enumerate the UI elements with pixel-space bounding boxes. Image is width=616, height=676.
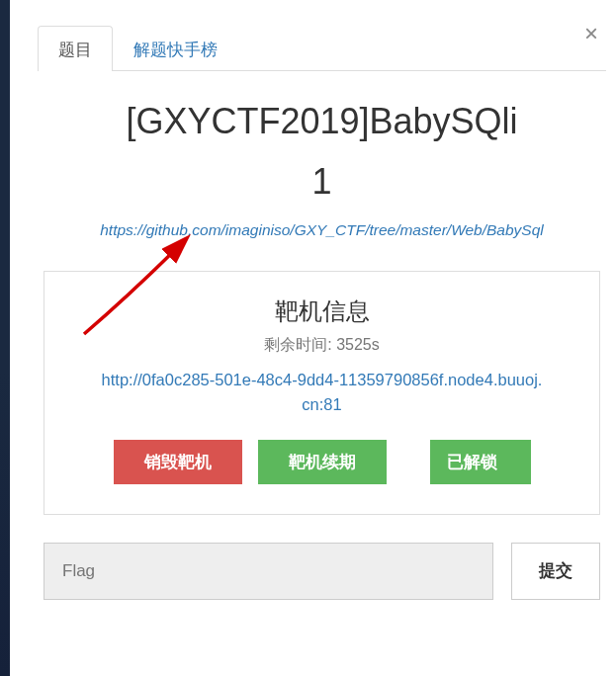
instance-url-link[interactable]: http://0fa0c285-501e-48c4-9dd4-113597908…: [60, 368, 583, 418]
submit-button[interactable]: 提交: [511, 543, 600, 600]
tab-problem[interactable]: 题目: [38, 26, 113, 71]
destroy-button[interactable]: 销毁靶机: [114, 440, 242, 484]
button-row: 销毁靶机 靶机续期 已解锁: [60, 440, 583, 484]
instance-panel: 靶机信息 剩余时间: 3525s http://0fa0c285-501e-48…: [44, 271, 600, 515]
flag-row: 提交: [44, 543, 600, 600]
tabs: 题目 解题快手榜: [38, 26, 606, 71]
unlock-button[interactable]: 已解锁: [402, 440, 531, 484]
tab-ranking[interactable]: 解题快手榜: [113, 26, 238, 71]
panel-heading: 靶机信息: [60, 296, 583, 327]
close-icon[interactable]: ×: [584, 22, 598, 45]
remaining-time: 剩余时间: 3525s: [60, 335, 583, 356]
flag-input[interactable]: [44, 543, 493, 600]
left-stripe: [0, 0, 10, 676]
title-suffix: 1: [47, 159, 596, 206]
challenge-title: [GXYCTF2019]BabySQli 1: [38, 99, 606, 206]
title-main: [GXYCTF2019]BabySQli: [126, 101, 517, 141]
challenge-modal: × 题目 解题快手榜 [GXYCTF2019]BabySQli 1 https:…: [28, 0, 616, 630]
renew-button[interactable]: 靶机续期: [258, 440, 387, 484]
hint-link[interactable]: https://github.com/imaginiso/GXY_CTF/tre…: [38, 221, 606, 239]
